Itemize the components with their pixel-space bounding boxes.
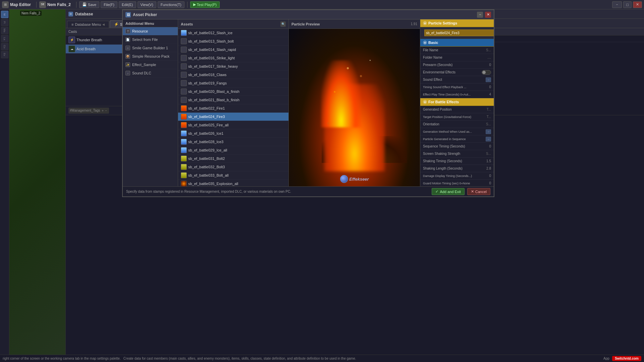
top-bar: ⊞ Map Editor 🗺 Nem Falls_2 💾 Save File(F… xyxy=(0,0,644,9)
additional-menu-title: Additional Menu xyxy=(123,19,178,27)
switchntd-badge[interactable]: Switchntd.com xyxy=(612,356,641,361)
tags-label[interactable]: #Management_Tags ＋－ xyxy=(68,108,109,114)
asset-thumb-3 xyxy=(181,55,187,61)
tab-database-menu[interactable]: ≡ Database Menu ◀ xyxy=(67,21,109,28)
minimize-button[interactable]: － xyxy=(612,1,622,8)
asset-item-8[interactable]: sb_ef_battle021_Blast_b_finish xyxy=(178,96,288,104)
sidebar-item-maps[interactable]: M xyxy=(1,11,8,18)
asset-item-9[interactable]: sb_ef_battle022_Fire1 xyxy=(178,104,288,113)
sidebar-item-placed[interactable]: Pl xyxy=(1,19,8,26)
gen-method-arrow[interactable]: → xyxy=(486,129,491,134)
sound-effect-arrow[interactable]: → xyxy=(486,77,491,82)
picker-title-bar: 🖼 Asset Picker － ✕ xyxy=(123,10,494,19)
maximize-button[interactable]: □ xyxy=(623,1,632,8)
view-menu[interactable]: View(V) xyxy=(138,1,156,8)
settings-row-env: Environmental Effects xyxy=(420,69,494,76)
asset-item-0[interactable]: sb_ef_battle012_Slash_ice xyxy=(178,29,288,37)
asset-item-14[interactable]: sb_ef_battle029_Ice_all xyxy=(178,146,288,155)
sidebar: M Pl Ma La Co Ev xyxy=(0,9,9,362)
asset-thumb-5 xyxy=(181,72,187,78)
particle-settings-header[interactable]: ● Particle Settings xyxy=(420,19,494,27)
map-label: Nem Falls_2 xyxy=(20,11,42,16)
battle-section-icon: ● xyxy=(423,100,427,104)
asset-item-12[interactable]: sb_ef_battle026_Ice1 xyxy=(178,129,288,138)
asset-search-icon[interactable]: 🔍 xyxy=(280,21,286,27)
sidebar-item-map[interactable]: Ma xyxy=(1,27,8,34)
asset-thumb-12 xyxy=(181,130,187,136)
asset-item-11[interactable]: sb_ef_battle025_Fire_all xyxy=(178,121,288,129)
db-icon: D xyxy=(68,12,73,16)
app-title: Map Editor xyxy=(10,2,31,7)
asset-thumb-17 xyxy=(181,172,187,178)
picker-close-button[interactable]: ✕ xyxy=(485,12,491,18)
asset-item-7[interactable]: sb_ef_battle020_Blast_a_finish xyxy=(178,87,288,96)
particle-seq-arrow[interactable]: → xyxy=(486,137,491,141)
asset-item-16[interactable]: sb_ef_battle032_Bolt3 xyxy=(178,163,288,171)
asset-thumb-7 xyxy=(181,88,187,95)
basic-section-header[interactable]: ● Basic xyxy=(420,39,494,47)
sidebar-item-events[interactable]: Ev xyxy=(1,51,8,58)
settings-row-prewarm: Prewarm (Seconds) 0 xyxy=(420,61,494,69)
map-icon[interactable]: 🗺 xyxy=(39,1,46,8)
effekseer-text: Effekseer xyxy=(349,177,369,182)
settings-row-damage-timing: Damage Display Timing (Seconds...) 0 xyxy=(420,172,494,180)
nav-item-effect-sample[interactable]: ✨ Effect_Sample xyxy=(123,61,178,69)
asset-item-5[interactable]: sb_ef_battle018_Claws xyxy=(178,71,288,79)
functions-menu[interactable]: Functions(T) xyxy=(158,1,184,8)
picker-left-nav: Additional Menu ☰ Resource 📄 Select from… xyxy=(123,19,178,186)
asset-thumb-2 xyxy=(181,47,187,53)
resource-icon: ☰ xyxy=(125,29,130,34)
edit-menu[interactable]: Edit(E) xyxy=(119,1,136,8)
effekseer-logo: Effekseer xyxy=(340,175,369,183)
close-button[interactable]: ✕ xyxy=(633,1,642,8)
file-menu[interactable]: File(F) xyxy=(101,1,117,8)
settings-row-gen-method: Generation Method When Used as... → xyxy=(420,128,494,135)
save-button[interactable]: 💾 Save xyxy=(79,1,99,8)
nav-item-sound-dlc[interactable]: ♪ Sound DLC xyxy=(123,69,178,77)
settings-row-particle-seq: Particle Generated in Sequence → xyxy=(420,135,494,143)
settings-row-orientation: Orientation S... xyxy=(420,121,494,128)
asset-item-17[interactable]: sb_ef_battle033_Bolt_all xyxy=(178,171,288,180)
preview-header: Particle Preview 1.91 xyxy=(289,19,420,29)
test-play-button[interactable]: ▶ Test Play(P) xyxy=(190,1,220,8)
picker-minimize-button[interactable]: － xyxy=(477,12,483,18)
picker-footer-text: Specify data from stamps registered in R… xyxy=(126,190,432,193)
asset-thumb-13 xyxy=(181,139,187,145)
asset-item-6[interactable]: sb_ef_battle019_Fangs xyxy=(178,79,288,87)
tab-db-arrow: ◀ xyxy=(102,23,105,26)
sidebar-item-common[interactable]: Co xyxy=(1,43,8,50)
nav-item-simple-resource[interactable]: 📦 Simple Resource Pack xyxy=(123,52,178,61)
asset-thumb-4 xyxy=(181,63,187,69)
battle-effects-header[interactable]: ● For Battle Effects xyxy=(420,98,494,106)
sidebar-item-layer[interactable]: La xyxy=(1,35,8,42)
add-and-exit-button[interactable]: ✓ Add and Exit xyxy=(432,188,464,195)
app-icon[interactable]: ⊞ xyxy=(2,1,9,8)
asset-item-13[interactable]: sb_ef_battle028_Ice3 xyxy=(178,138,288,146)
asset-thumb-14 xyxy=(181,147,187,153)
nav-item-smile-builder[interactable]: ☺ Smile Game Builder 1 xyxy=(123,44,178,52)
asset-item-3[interactable]: sb_ef_battle016_Strike_light xyxy=(178,54,288,62)
nav-item-select-file[interactable]: 📄 Select from File xyxy=(123,36,178,44)
settings-row-foldername: Folder Name .... xyxy=(420,54,494,61)
asset-item-15[interactable]: sb_ef_battle031_Bolt2 xyxy=(178,155,288,163)
settings-name-row xyxy=(420,27,494,39)
asset-item-10[interactable]: sb_ef_battle024_Fire3 xyxy=(178,113,288,121)
play-icon: ▶ xyxy=(193,2,196,7)
nav-item-resource[interactable]: ☰ Resource xyxy=(123,27,178,36)
tab-db-icon: ≡ xyxy=(71,22,73,26)
cancel-button[interactable]: ✕ Cancel xyxy=(467,188,490,195)
settings-row-shake-strength: Screen Shaking Strength S... xyxy=(420,150,494,158)
skill-icon-acid: ☁ xyxy=(68,46,75,52)
asset-item-18[interactable]: sb_ef_battle035_Explosion_all xyxy=(178,180,288,186)
settings-name-input[interactable] xyxy=(424,29,494,36)
env-effects-toggle[interactable] xyxy=(482,70,491,75)
asset-scroll-area[interactable]: sb_ef_battle012_Slash_ice sb_ef_battle01… xyxy=(178,29,288,186)
asset-thumb-10 xyxy=(181,114,187,120)
asset-item-2[interactable]: sb_ef_battle014_Slash_rapid xyxy=(178,46,288,54)
footer-buttons: ✓ Add and Exit ✕ Cancel xyxy=(432,188,490,195)
asset-item-4[interactable]: sb_ef_battle017_Strike_heavy xyxy=(178,62,288,71)
basic-section-icon: ● xyxy=(423,41,427,45)
settings-row-guard-timing: Guard Motion Timing (sec) 0=None 0 xyxy=(420,180,494,186)
asset-item-1[interactable]: sb_ef_battle013_Slash_bolt xyxy=(178,37,288,46)
database-title: Database xyxy=(75,12,93,16)
